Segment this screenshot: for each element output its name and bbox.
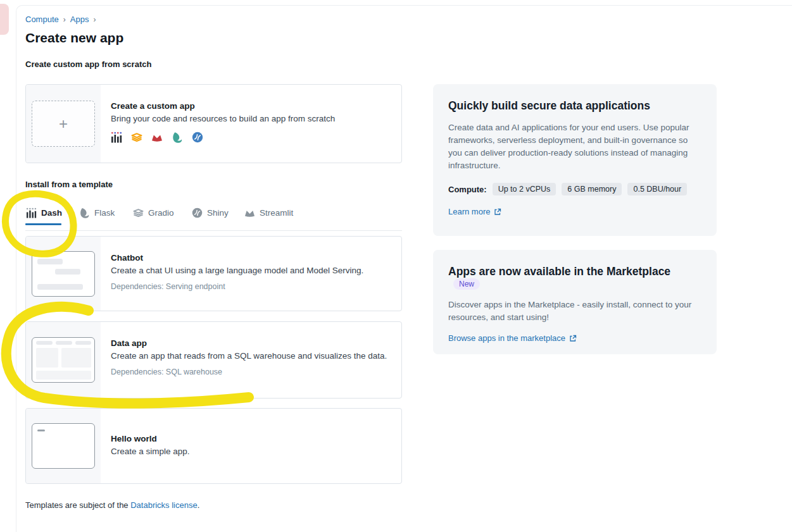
- marketplace-panel-body: Discover apps in the Marketplace - easil…: [448, 299, 701, 324]
- template-description: Create a simple app.: [111, 447, 389, 456]
- template-card-hello-world[interactable]: Hello world Create a simple app.: [25, 408, 402, 484]
- external-link-icon: [569, 335, 577, 342]
- selected-tab-underline: [25, 223, 61, 225]
- template-dependencies: Dependencies: SQL warehouse: [111, 368, 389, 376]
- section-label-scratch: Create custom app from scratch: [25, 59, 151, 69]
- breadcrumb-apps-link[interactable]: Apps: [70, 15, 89, 24]
- data-app-thumb-strip: [26, 322, 101, 398]
- shiny-icon: [192, 132, 203, 145]
- breadcrumb-separator: ›: [93, 15, 96, 24]
- flask-icon: [172, 132, 183, 145]
- compute-badge-memory: 6 GB memory: [562, 183, 622, 195]
- gradio-icon: [131, 132, 142, 145]
- hello-world-thumbnail: [32, 423, 95, 469]
- custom-card-title: Create a custom app: [111, 101, 389, 111]
- framework-icon-row: [111, 132, 389, 145]
- tab-shiny[interactable]: Shiny: [192, 207, 229, 218]
- create-custom-app-card[interactable]: + Create a custom app Bring your code an…: [25, 84, 402, 163]
- compute-badge-dbu: 0.5 DBU/hour: [627, 183, 687, 195]
- tab-flask-label: Flask: [94, 208, 115, 218]
- template-title: Hello world: [111, 434, 389, 443]
- hello-world-thumb-strip: [26, 409, 101, 483]
- compute-label: Compute:: [448, 185, 487, 194]
- marketplace-panel-title: Apps are now available in the Marketplac…: [448, 265, 670, 278]
- breadcrumb-separator: ›: [63, 15, 66, 24]
- template-dependencies: Dependencies: Serving endpoint: [111, 282, 389, 291]
- data-app-thumbnail: [32, 337, 95, 383]
- browse-marketplace-label: Browse apps in the marketplace: [448, 333, 565, 343]
- custom-card-thumb-strip: +: [26, 85, 101, 163]
- tab-divider: [25, 230, 402, 231]
- external-link-icon: [494, 208, 501, 216]
- chatbot-thumbnail: [32, 251, 95, 297]
- template-description: Create a chat UI using a large language …: [111, 266, 389, 275]
- tab-streamlit-label: Streamlit: [260, 208, 293, 218]
- tab-gradio-label: Gradio: [148, 208, 174, 218]
- custom-card-description: Bring your code and resources to build a…: [111, 114, 389, 123]
- template-card-data-app[interactable]: Data app Create an app that reads from a…: [25, 321, 402, 399]
- browse-marketplace-link[interactable]: Browse apps in the marketplace: [448, 333, 577, 343]
- dash-icon: [111, 132, 122, 145]
- license-note: Templates are subject of the Databricks …: [25, 500, 199, 510]
- new-badge: New: [453, 278, 480, 290]
- edge-decoration: [0, 4, 9, 35]
- info-panel-build-apps: Quickly build secure data applications C…: [433, 84, 717, 236]
- streamlit-icon: [151, 132, 163, 145]
- info-panel-title: Quickly build secure data applications: [448, 99, 650, 112]
- info-panel-marketplace: Apps are now available in the Marketplac…: [433, 250, 717, 354]
- chatbot-thumb-strip: [26, 237, 101, 311]
- tab-streamlit[interactable]: Streamlit: [244, 207, 293, 218]
- compute-spec-row: Compute: Up to 2 vCPUs 6 GB memory 0.5 D…: [448, 183, 701, 195]
- section-label-template: Install from a template: [25, 180, 113, 189]
- license-note-prefix: Templates are subject of the: [25, 500, 130, 510]
- tab-flask[interactable]: Flask: [79, 207, 115, 218]
- template-card-chatbot[interactable]: Chatbot Create a chat UI using a large l…: [25, 236, 402, 311]
- info-panel-body: Create data and AI applications for your…: [448, 121, 701, 172]
- breadcrumb: Compute › Apps ›: [25, 15, 96, 24]
- tab-shiny-label: Shiny: [207, 208, 229, 218]
- learn-more-label: Learn more: [448, 207, 490, 216]
- tab-dash-label: Dash: [41, 208, 62, 218]
- framework-tabs: Dash Flask Gradio Shiny Streamlit: [25, 207, 402, 226]
- plus-icon: +: [32, 101, 95, 147]
- template-description: Create an app that reads from a SQL ware…: [111, 351, 389, 361]
- compute-badge-vcpus: Up to 2 vCPUs: [493, 183, 556, 195]
- learn-more-link[interactable]: Learn more: [448, 207, 501, 216]
- breadcrumb-compute-link[interactable]: Compute: [25, 15, 59, 24]
- page-title: Create new app: [25, 30, 123, 46]
- tab-dash[interactable]: Dash: [26, 207, 62, 218]
- license-note-suffix: .: [198, 500, 200, 510]
- databricks-license-link[interactable]: Databricks license: [130, 500, 198, 510]
- template-title: Chatbot: [111, 253, 389, 263]
- tab-gradio[interactable]: Gradio: [133, 207, 174, 218]
- template-title: Data app: [111, 338, 389, 348]
